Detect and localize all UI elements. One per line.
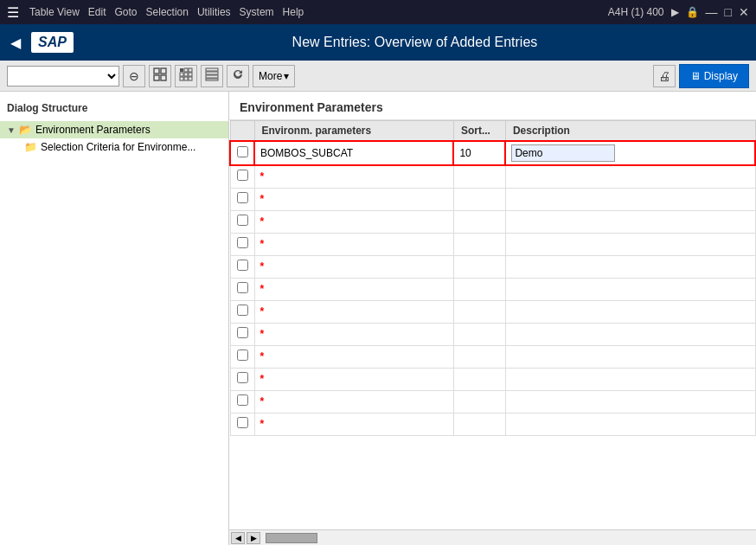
content-area: Environment Parameters Environm. paramet… <box>229 92 756 545</box>
display-label: Display <box>704 70 738 82</box>
row-checkbox-1[interactable] <box>237 146 248 157</box>
scroll-thumb[interactable] <box>266 533 317 543</box>
maximize-icon[interactable]: □ <box>725 5 732 19</box>
asterisk-placeholder: * <box>260 170 265 183</box>
lock-icon[interactable]: 🔒 <box>686 6 699 18</box>
row-checkbox-8[interactable] <box>237 305 248 316</box>
table-header-row: Environm. parameters Sort... Description <box>230 121 755 142</box>
minimize-icon[interactable]: — <box>706 5 718 19</box>
sort-cell <box>453 188 505 210</box>
row-checkbox-3[interactable] <box>237 192 248 203</box>
col-description: Description <box>505 121 755 142</box>
table-row: BOMBOS_SUBCAT10 <box>230 141 755 165</box>
content-title: Environment Parameters <box>229 92 756 120</box>
menu-help[interactable]: Help <box>283 6 304 18</box>
svg-rect-12 <box>189 77 192 80</box>
env-param-cell: * <box>254 188 453 210</box>
asterisk-placeholder: * <box>260 215 265 228</box>
scroll-right-arrow[interactable]: ▶ <box>247 532 260 544</box>
toolbar-grid2-btn[interactable] <box>175 65 197 87</box>
row-checkbox-cell <box>230 233 254 255</box>
description-cell <box>505 188 755 210</box>
row-checkbox-5[interactable] <box>237 237 248 248</box>
back-button[interactable]: ◀ <box>10 35 21 51</box>
row-checkbox-cell <box>230 165 254 188</box>
menu-tableview[interactable]: Table View <box>29 6 80 18</box>
svg-rect-2 <box>154 75 159 80</box>
svg-rect-15 <box>206 75 218 78</box>
hamburger-icon[interactable]: ☰ <box>7 4 19 21</box>
main-content: Dialog Structure ▼ 📂 Environment Paramet… <box>0 92 756 545</box>
description-cell <box>505 255 755 278</box>
toolbar-minus-btn[interactable]: ⊖ <box>123 65 145 87</box>
col-sort: Sort... <box>453 121 505 142</box>
table-row: * <box>230 255 755 278</box>
row-checkbox-7[interactable] <box>237 282 248 293</box>
description-cell <box>505 390 755 413</box>
menu-goto[interactable]: Goto <box>115 6 138 18</box>
svg-rect-0 <box>154 68 159 74</box>
horizontal-scrollbar[interactable]: ◀ ▶ <box>229 529 756 545</box>
folder-icon: 📁 <box>24 141 37 153</box>
row-checkbox-12[interactable] <box>237 394 248 406</box>
asterisk-placeholder: * <box>260 350 265 362</box>
menu-selection[interactable]: Selection <box>146 6 189 18</box>
row-checkbox-6[interactable] <box>237 260 248 271</box>
env-param-cell: * <box>254 368 453 390</box>
description-input[interactable] <box>511 144 615 162</box>
svg-rect-5 <box>184 68 188 72</box>
sidebar-item-sel-criteria[interactable]: 📁 Selection Criteria for Environme... <box>0 138 228 156</box>
sort-cell <box>453 413 505 435</box>
row-checkbox-cell <box>230 141 254 165</box>
asterisk-placeholder: * <box>260 283 265 295</box>
svg-rect-3 <box>161 75 166 80</box>
menu-utilities[interactable]: Utilities <box>197 6 231 18</box>
row-checkbox-10[interactable] <box>237 349 248 361</box>
asterisk-placeholder: * <box>260 418 265 430</box>
print-icon: 🖨 <box>658 69 670 83</box>
print-button[interactable]: 🖨 <box>653 65 676 87</box>
display-button[interactable]: 🖥 Display <box>679 64 749 88</box>
description-cell <box>505 345 755 368</box>
row-checkbox-13[interactable] <box>237 417 248 428</box>
title-bar: ☰ Table View Edit Goto Selection Utiliti… <box>0 0 756 24</box>
grid3-icon <box>205 67 219 84</box>
menu-edit[interactable]: Edit <box>88 6 106 18</box>
row-checkbox-4[interactable] <box>237 215 248 226</box>
description-cell <box>505 210 755 233</box>
env-param-cell: * <box>254 255 453 278</box>
table-row: * <box>230 300 755 323</box>
sap-logo[interactable]: SAP <box>31 32 74 53</box>
description-cell <box>505 413 755 435</box>
toolbar-select[interactable] <box>7 66 119 87</box>
row-checkbox-cell <box>230 210 254 233</box>
more-label: More <box>259 70 282 82</box>
toolbar-grid3-btn[interactable] <box>201 65 223 87</box>
row-checkbox-9[interactable] <box>237 327 248 338</box>
asterisk-placeholder: * <box>260 193 265 205</box>
env-param-cell: * <box>254 345 453 368</box>
more-button[interactable]: More ▾ <box>253 65 295 87</box>
row-checkbox-cell <box>230 413 254 435</box>
svg-rect-16 <box>206 79 218 80</box>
description-cell <box>505 368 755 390</box>
sort-cell <box>453 165 505 188</box>
scroll-left-arrow[interactable]: ◀ <box>231 532 245 544</box>
menu-bar: Table View Edit Goto Selection Utilities… <box>29 6 304 18</box>
close-icon[interactable]: ✕ <box>739 5 749 19</box>
toolbar-grid1-btn[interactable] <box>149 65 171 87</box>
play-icon[interactable]: ▶ <box>671 6 679 18</box>
env-param-cell: * <box>254 278 453 300</box>
row-checkbox-2[interactable] <box>237 170 248 181</box>
menu-system[interactable]: System <box>240 6 274 18</box>
table-row: * <box>230 233 755 255</box>
header-bar: ◀ SAP New Entries: Overview of Added Ent… <box>0 24 756 61</box>
description-cell <box>505 165 755 188</box>
toolbar-refresh-btn[interactable] <box>227 65 249 87</box>
sidebar-item-env-params[interactable]: ▼ 📂 Environment Parameters <box>0 121 228 138</box>
sidebar-title: Dialog Structure <box>0 99 228 121</box>
display-screen-icon: 🖥 <box>690 70 701 82</box>
grid2-icon <box>179 67 193 84</box>
row-checkbox-11[interactable] <box>237 372 248 383</box>
page-title: New Entries: Overview of Added Entries <box>84 35 746 50</box>
